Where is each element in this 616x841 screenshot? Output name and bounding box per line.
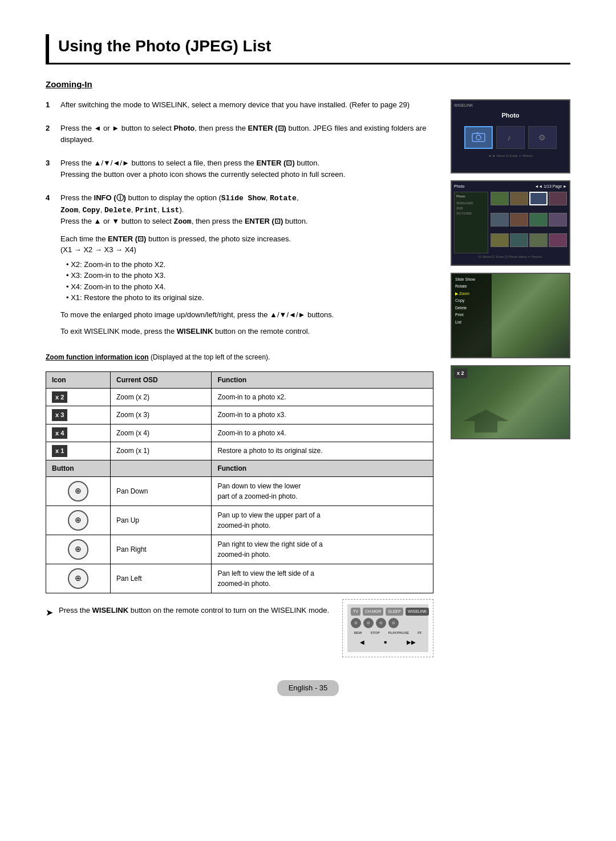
menu-zoom-selected: ▶ Zoom (455, 290, 488, 298)
thumb-12 (549, 233, 567, 247)
thumb-3-selected (529, 192, 548, 205)
remote-nav-row: ◀ ■ ▶▶ (351, 638, 425, 646)
menu-slideshow: Slide Show (455, 276, 488, 284)
step-4-num: 4 (46, 192, 55, 341)
pan-left-icon-cell: ⊕ (46, 564, 111, 593)
section-title: Zooming-In (46, 78, 570, 91)
remote-label-row: REW STOP PLAY/PAUSE FF (351, 630, 425, 636)
icon-cell-x1: x 1 (46, 442, 111, 460)
remote-mid-row: ⊙ ⊙ ⊙ ⊙ (351, 618, 425, 628)
pan-down-dir: Pan Down (111, 476, 212, 506)
pan-left-icon: ⊕ (68, 568, 88, 589)
zoom-func-title: Zoom function information icon (Displaye… (46, 352, 433, 362)
screen1-wiselink-label: WISELINK (454, 103, 567, 109)
pan-right-func: Pan right to view the right side of a zo… (212, 535, 433, 564)
pan-right-icon-cell: ⊕ (46, 535, 111, 564)
press-note-text: Press the WISELINK button on the remote … (59, 605, 329, 616)
table-row: ⊕ Pan Down Pan down to view the lower pa… (46, 476, 433, 506)
screen-3-fullphoto-menu: Slide Show Rotate ▶ Zoom Copy Delete Pri… (451, 273, 570, 358)
press-note: ➤ Press the WISELINK button on the remot… (46, 605, 333, 620)
arrow-icon: ➤ (46, 606, 53, 620)
zoom-badge-x1: x 1 (52, 445, 67, 457)
bullet-x2: X2: Zoom-in to the photo X2. (66, 259, 433, 270)
remote-tv-btn: TV (351, 608, 360, 616)
remote-stop-btn: ■ (384, 639, 387, 646)
right-images: WISELINK Photo ♪ (451, 99, 570, 658)
step-4-content: Press the INFO (ⓘ) button to display the… (60, 192, 433, 341)
thumb-4 (549, 192, 567, 205)
footer-bar: English - 35 (46, 680, 570, 696)
camera-icon (472, 132, 485, 143)
step-2-num: 2 (46, 123, 55, 148)
zoom-func-title-paren: (Displayed at the top left of the screen… (151, 353, 270, 361)
step-4-move-note: To move the enlarged photo image up/down… (60, 309, 433, 321)
screen2-sidebar: Photo 3000x20002KB3/17/2009 (454, 192, 488, 253)
thumb-10 (510, 233, 528, 247)
svg-text:♪: ♪ (507, 133, 511, 142)
screen2-thumb-grid (491, 192, 567, 253)
screen1-icons-row: ♪ ⚙ (454, 126, 567, 149)
screen-1-photo-menu: WISELINK Photo ♪ (451, 99, 570, 173)
screen3-photo-bg: Slide Show Rotate ▶ Zoom Copy Delete Pri… (452, 274, 569, 357)
step-3: 3 Press the ▲/▼/◄/► buttons to select a … (46, 157, 433, 183)
thumb-7 (529, 213, 548, 227)
screen-2-thumb-grid: Photo ◄◄ 1/13 Page ► Photo 3000x20002KB3… (451, 180, 570, 266)
screen1-music-icon: ♪ (496, 126, 525, 149)
remote-ff-label: FF (418, 630, 422, 636)
house-silhouette (463, 410, 509, 432)
svg-rect-6 (475, 421, 497, 432)
step-2: 2 Press the ◄ or ► button to select Phot… (46, 123, 433, 148)
osd-cell-x4: Zoom (x 4) (111, 424, 212, 442)
icon-cell-x4: x 4 (46, 424, 111, 442)
btn-header-function: Function (212, 460, 433, 476)
thumb-8 (549, 213, 567, 227)
step-4-text: Press the INFO (ⓘ) button to display the… (60, 192, 433, 228)
zoom-badge-overlay: x 2 (454, 369, 467, 379)
pan-right-icon: ⊕ (68, 539, 88, 560)
screen2-page-indicator: ◄◄ 1/13 Page ► (534, 184, 567, 190)
pan-up-icon: ⊕ (68, 510, 88, 531)
osd-cell-x1: Zoom (x 1) (111, 442, 212, 460)
remote-top-row: TV CH.MGR SLEEP WISELINK (351, 608, 425, 616)
thumb-11 (529, 233, 548, 247)
pan-left-func: Pan left to view the left side of a zoom… (212, 564, 433, 593)
svg-text:⚙: ⚙ (538, 133, 546, 142)
remote-stop-label: STOP (370, 630, 379, 636)
pan-right-dir: Pan Right (111, 535, 212, 564)
table-row: ⊕ Pan Left Pan left to view the left sid… (46, 564, 433, 593)
remote-play-label: PLAY/PAUSE (388, 630, 409, 636)
pan-down-icon-cell: ⊕ (46, 476, 111, 506)
thumb-2 (510, 192, 528, 205)
osd-cell-x3: Zoom (x 3) (111, 406, 212, 424)
zoom-badge-x3: x 3 (52, 409, 67, 421)
step-3-content: Press the ▲/▼/◄/► buttons to select a fi… (60, 157, 433, 183)
menu-copy: Copy (455, 297, 488, 305)
pan-up-func: Pan up to view the upper part of a zoome… (212, 506, 433, 535)
step-4-bullets: X2: Zoom-in to the photo X2. X3: Zoom-in… (60, 259, 433, 304)
remote-play-circle: ⊙ (376, 618, 386, 628)
icon-cell-x2: x 2 (46, 388, 111, 406)
screen1-photo-icon (464, 126, 493, 149)
col-icon: Icon (46, 371, 111, 388)
table-row: ⊕ Pan Up Pan up to view the upper part o… (46, 506, 433, 535)
btn-header-button: Button (46, 460, 111, 476)
step-3-num: 3 (46, 157, 55, 183)
screen2-sidebar-item: Photo (456, 194, 486, 199)
table-row: x 4 Zoom (x 4) Zoom-in to a photo x4. (46, 424, 433, 442)
screen3-menu-overlay: Slide Show Rotate ▶ Zoom Copy Delete Pri… (452, 274, 492, 357)
table-row: x 3 Zoom (x 3) Zoom-in to a photo x3. (46, 406, 433, 424)
func-cell-x3: Zoom-in to a photo x3. (212, 406, 433, 424)
menu-print: Print (455, 312, 488, 319)
zoom-badge-x2: x 2 (52, 391, 67, 403)
screen-4-zoomed: x 2 (451, 365, 570, 439)
step-4: 4 Press the INFO (ⓘ) button to display t… (46, 192, 433, 341)
step-2-text: Press the ◄ or ► button to select Photo,… (60, 123, 433, 145)
remote-fwd-btn: ▶▶ (407, 638, 416, 646)
remote-chmgr-btn: CH.MGR (363, 608, 383, 616)
icon-cell-x3: x 3 (46, 406, 111, 424)
table-row: ⊕ Pan Right Pan right to view the right … (46, 535, 433, 564)
pan-down-icon: ⊕ (68, 481, 88, 502)
screen1-photo-label: Photo (454, 111, 567, 120)
step-4-note: Each time the ENTER (⊡) button is presse… (60, 233, 433, 256)
step-3-text: Press the ▲/▼/◄/► buttons to select a fi… (60, 157, 433, 180)
